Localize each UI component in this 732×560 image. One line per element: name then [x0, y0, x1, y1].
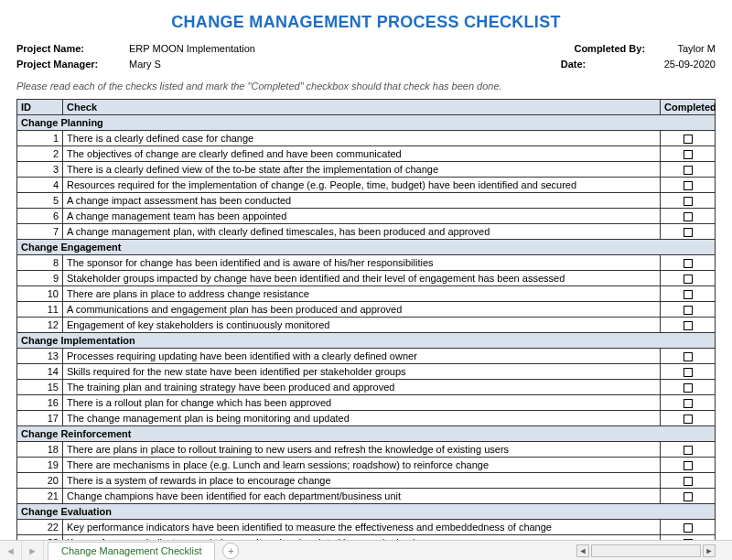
section-row: Change Implementation — [17, 333, 716, 349]
row-id: 4 — [17, 178, 63, 193]
row-completed-cell — [661, 302, 716, 318]
checkbox-icon[interactable] — [684, 492, 693, 501]
table-row: 5A change impact assessment has been con… — [17, 193, 716, 209]
horizontal-scrollbar[interactable]: ◄ ► — [576, 544, 716, 557]
table-row: 17The change management plan is being mo… — [17, 411, 716, 426]
checkbox-icon[interactable] — [684, 368, 693, 377]
instruction-text: Please read each of the checks listed an… — [16, 81, 716, 92]
row-completed-cell — [661, 162, 716, 178]
row-id: 20 — [17, 473, 63, 489]
table-row: 16There is a rollout plan for change whi… — [17, 395, 716, 411]
row-text: Resources required for the implementatio… — [63, 178, 661, 193]
checkbox-icon[interactable] — [684, 212, 693, 221]
table-row: 12Engagement of key stakeholders is cont… — [17, 318, 716, 333]
scroll-track[interactable] — [591, 544, 701, 557]
row-completed-cell — [661, 131, 716, 146]
row-text: There is a rollout plan for change which… — [63, 395, 661, 411]
row-text: A change management plan, with clearly d… — [63, 224, 661, 240]
table-row: 20There is a system of rewards in place … — [17, 473, 716, 489]
checkbox-icon[interactable] — [684, 290, 693, 299]
row-id: 19 — [17, 458, 63, 473]
row-text: Change champions have been identified fo… — [63, 489, 661, 504]
date-label: Date: — [561, 57, 639, 72]
row-completed-cell — [661, 458, 716, 473]
checkbox-icon[interactable] — [684, 477, 693, 486]
scroll-right-icon[interactable]: ► — [703, 544, 716, 557]
section-name: Change Evaluation — [17, 504, 716, 520]
row-id: 11 — [17, 302, 63, 318]
table-row: 15The training plan and training strateg… — [17, 380, 716, 395]
checkbox-icon[interactable] — [684, 352, 693, 361]
row-id: 15 — [17, 380, 63, 395]
row-id: 16 — [17, 395, 63, 411]
checkbox-icon[interactable] — [684, 181, 693, 190]
row-id: 18 — [17, 442, 63, 458]
sheet-tab-active[interactable]: Change Management Checklist — [48, 542, 215, 560]
section-name: Change Reinforcement — [17, 426, 716, 442]
row-completed-cell — [661, 255, 716, 271]
add-sheet-button[interactable]: + — [222, 543, 239, 559]
checkbox-icon[interactable] — [684, 321, 693, 330]
row-text: A change management team has been appoin… — [63, 209, 661, 224]
table-row: 13Processes requiring updating have been… — [17, 349, 716, 364]
project-name-label: Project Name: — [16, 41, 103, 57]
meta-row-2: Project Manager: Mary S Date: 25-09-2020 — [16, 57, 716, 72]
checkbox-icon[interactable] — [684, 150, 693, 159]
row-text: The objectives of change are clearly def… — [63, 146, 661, 162]
page-title: CHANGE MANAGEMENT PROCESS CHECKLIST — [16, 13, 716, 32]
row-text: There is a clearly defined view of the t… — [63, 162, 661, 178]
row-completed-cell — [661, 380, 716, 395]
tab-nav-next[interactable]: ► — [22, 541, 44, 560]
table-row: 19There are mechanisms in place (e.g. Lu… — [17, 458, 716, 473]
checkbox-icon[interactable] — [684, 228, 693, 237]
row-id: 13 — [17, 349, 63, 364]
checkbox-icon[interactable] — [684, 275, 693, 284]
row-id: 10 — [17, 286, 63, 302]
row-text: Skills required for the new state have b… — [63, 364, 661, 380]
checkbox-icon[interactable] — [684, 461, 693, 470]
row-text: The sponsor for change has been identifi… — [63, 255, 661, 271]
scroll-left-icon[interactable]: ◄ — [576, 544, 589, 557]
header-id: ID — [17, 100, 63, 115]
checkbox-icon[interactable] — [684, 259, 693, 268]
row-id: 9 — [17, 271, 63, 286]
checkbox-icon[interactable] — [684, 383, 693, 393]
completed-by-value: Taylor M — [677, 41, 716, 57]
row-completed-cell — [661, 395, 716, 411]
table-row: 14Skills required for the new state have… — [17, 364, 716, 380]
section-name: Change Engagement — [17, 240, 716, 255]
table-row: 3There is a clearly defined view of the … — [17, 162, 716, 178]
sheet-tab-bar: ◄ ► Change Management Checklist + ◄ ► — [0, 540, 732, 560]
row-id: 5 — [17, 193, 63, 209]
table-row: 21Change champions have been identified … — [17, 489, 716, 504]
section-row: Change Reinforcement — [17, 426, 716, 442]
row-text: The change management plan is being moni… — [63, 411, 661, 426]
row-id: 17 — [17, 411, 63, 426]
checkbox-icon[interactable] — [684, 523, 693, 533]
row-text: The training plan and training strategy … — [63, 380, 661, 395]
row-text: There are plans in place to rollout trai… — [63, 442, 661, 458]
checkbox-icon[interactable] — [684, 135, 693, 144]
header-completed: Completed — [661, 100, 716, 115]
row-id: 8 — [17, 255, 63, 271]
row-id: 1 — [17, 131, 63, 146]
row-completed-cell — [661, 286, 716, 302]
row-text: There are plans in place to address chan… — [63, 286, 661, 302]
tab-nav-prev[interactable]: ◄ — [0, 541, 22, 560]
table-row: 9Stakeholder groups impacted by change h… — [17, 271, 716, 286]
row-completed-cell — [661, 473, 716, 489]
checkbox-icon[interactable] — [684, 399, 693, 408]
section-row: Change Engagement — [17, 240, 716, 255]
table-row: 2The objectives of change are clearly de… — [17, 146, 716, 162]
checkbox-icon[interactable] — [684, 446, 693, 455]
table-row: 11A communications and engagement plan h… — [17, 302, 716, 318]
row-text: There are mechanisms in place (e.g. Lunc… — [63, 458, 661, 473]
row-text: Key performance indicators have been ide… — [63, 520, 661, 535]
table-row: 8The sponsor for change has been identif… — [17, 255, 716, 271]
checkbox-icon[interactable] — [684, 306, 693, 315]
row-completed-cell — [661, 178, 716, 193]
checkbox-icon[interactable] — [684, 197, 693, 206]
checkbox-icon[interactable] — [684, 166, 693, 175]
checkbox-icon[interactable] — [684, 415, 693, 424]
row-completed-cell — [661, 489, 716, 504]
